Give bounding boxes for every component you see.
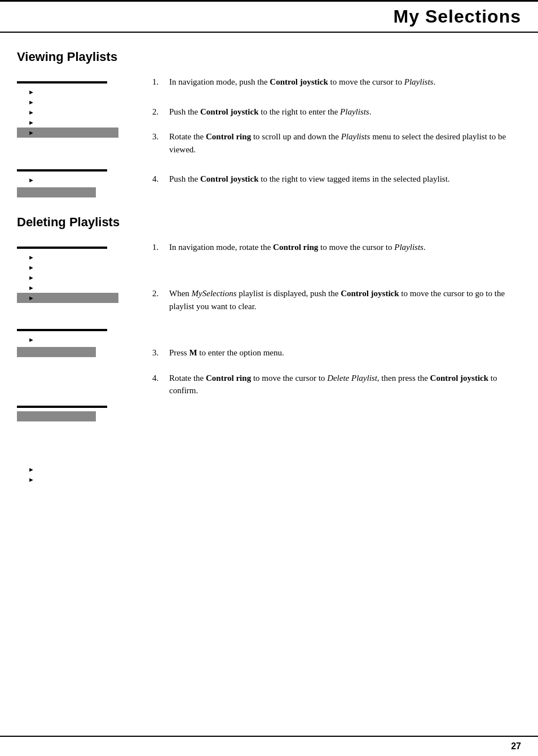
viewing-step-2: 2. Push the Control joystick to the righ… — [152, 106, 521, 118]
mockup-row-3: ► — [17, 107, 118, 117]
mockup-highlight-bar — [17, 187, 96, 197]
deleting-step-1: 1. In navigation mode, rotate the Contro… — [152, 241, 521, 254]
arrow-icon-1: ► — [28, 89, 34, 95]
page-number: 27 — [511, 741, 521, 751]
del-bold-3: M — [189, 348, 197, 357]
deleting-mockup-3 — [17, 406, 118, 421]
viewing-playlists-title: Viewing Playlists — [17, 50, 521, 64]
del-mockup-row-highlighted: ► — [17, 293, 118, 303]
bold-text-3: Control ring — [206, 132, 251, 141]
deleting-step-4: 4. Rotate the Control ring to move the c… — [152, 372, 521, 397]
mockup-top-bar — [17, 81, 107, 83]
deleting-mockup-1: ► ► ► ► ► — [17, 247, 118, 303]
mockup-row-single: ► — [17, 175, 118, 185]
arrow-icon-single: ► — [28, 177, 34, 183]
viewing-mockup-1: ► ► ► ► ► — [17, 81, 118, 138]
deleting-playlists-section: ► ► ► ► ► ► — [17, 241, 521, 485]
del-arrow-1: ► — [28, 254, 34, 261]
viewing-step-4: 4. Push the Control joystick to the righ… — [152, 173, 521, 186]
del-italic-4: Delete Playlist, — [327, 373, 379, 383]
header-bar: My Selections — [0, 0, 538, 33]
deleting-playlists-title: Deleting Playlists — [17, 215, 521, 230]
page-title: My Selections — [394, 6, 521, 27]
del-mockup-top-bar-1 — [17, 247, 107, 249]
main-content: Viewing Playlists ► ► ► ► ► — [0, 33, 538, 535]
del-arrow-2: ► — [28, 264, 34, 271]
del-italic-2: MySelections — [192, 289, 237, 298]
deleting-mockup-4: ► ► — [17, 464, 118, 485]
bold-text: Control joystick — [270, 77, 328, 86]
del-arrow-5: ► — [28, 295, 34, 301]
mockup-row-highlighted-1: ► — [17, 128, 118, 138]
del-mockup-row-2: ► — [17, 262, 118, 272]
del-mockup-row-1: ► — [17, 252, 118, 262]
footer-bar: 27 — [0, 736, 538, 756]
del-arrow-3: ► — [28, 274, 34, 281]
bold-text-4: Control joystick — [200, 174, 258, 183]
italic-text-3: Playlists — [341, 132, 371, 141]
viewing-mockup-2: ► — [17, 169, 118, 197]
deleting-step-2: 2. When MySelections playlist is display… — [152, 287, 521, 313]
mockup-row-1: ► — [17, 87, 118, 97]
deleting-steps-list: 1. In navigation mode, rotate the Contro… — [152, 241, 521, 397]
bold-text-2: Control joystick — [200, 107, 258, 116]
viewing-step-3: 3. Rotate the Control ring to scroll up … — [152, 130, 521, 156]
deleting-diagram-col: ► ► ► ► ► ► — [17, 241, 141, 485]
italic-text-2: Playlists — [340, 107, 369, 116]
viewing-steps-list: 1. In navigation mode, push the Control … — [152, 76, 521, 186]
del-bottom-row-2: ► — [17, 474, 118, 485]
italic-text: Playlists — [404, 77, 434, 86]
arrow-icon-3: ► — [28, 109, 34, 116]
del-bold-4a: Control ring — [206, 373, 251, 383]
del-bottom-arrow-1: ► — [28, 466, 34, 473]
arrow-icon-4: ► — [28, 119, 34, 126]
del-bold-2: Control joystick — [341, 289, 399, 298]
mockup-row-4: ► — [17, 117, 118, 128]
mockup-row-2: ► — [17, 97, 118, 107]
del-bold-1: Control ring — [273, 243, 318, 252]
del-bottom-row-1: ► — [17, 464, 118, 474]
deleting-mockup-2: ► — [17, 329, 118, 357]
del-mockup-top-bar-2 — [17, 329, 107, 331]
arrow-icon-5: ► — [28, 129, 34, 136]
viewing-instructions: 1. In navigation mode, push the Control … — [152, 76, 521, 198]
del-mockup-single-row: ► — [17, 335, 118, 345]
deleting-instructions: 1. In navigation mode, rotate the Contro… — [152, 241, 521, 485]
del-mockup-row-4: ► — [17, 283, 118, 293]
viewing-diagram-col: ► ► ► ► ► ► — [17, 76, 141, 198]
del-highlight-bar-2 — [17, 347, 96, 357]
viewing-step-1: 1. In navigation mode, push the Control … — [152, 76, 521, 89]
del-arrow-4: ► — [28, 284, 34, 291]
del-mockup-row-3: ► — [17, 272, 118, 283]
del-mockup-top-bar-3 — [17, 406, 107, 408]
mockup-top-bar-2 — [17, 169, 107, 172]
arrow-icon-2: ► — [28, 99, 34, 106]
del-single-arrow: ► — [28, 336, 34, 343]
del-bottom-arrow-2: ► — [28, 476, 34, 483]
del-italic-1: Playlists — [394, 243, 424, 252]
del-highlight-bar-3 — [17, 411, 96, 421]
viewing-playlists-section: ► ► ► ► ► ► — [17, 76, 521, 198]
del-bold-4b: Control joystick — [430, 373, 488, 383]
deleting-step-3: 3. Press M to enter the option menu. — [152, 346, 521, 359]
